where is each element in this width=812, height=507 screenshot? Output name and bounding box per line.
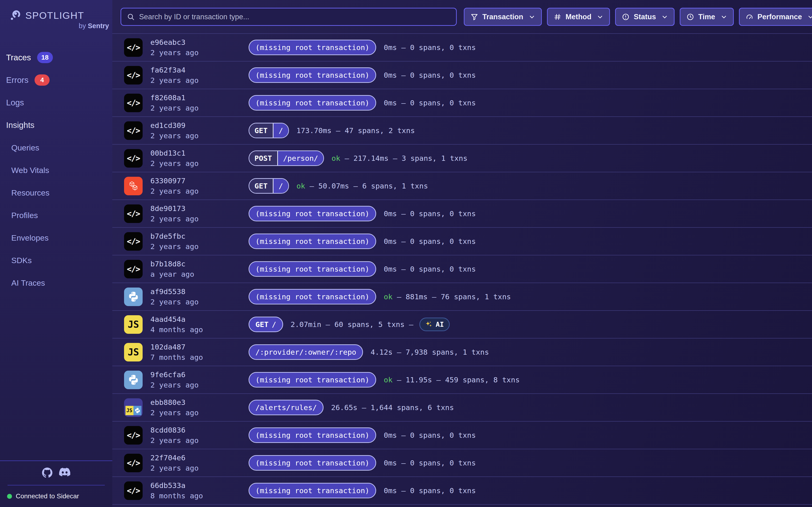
trace-row[interactable]: JS 102da487 7 months ago /:provider/:own… bbox=[112, 338, 812, 366]
trace-row[interactable]: </> 8cdd0836 2 years ago (missing root t… bbox=[112, 421, 812, 449]
python-icon bbox=[124, 288, 143, 306]
gauge-icon bbox=[746, 13, 753, 21]
filter-label: Method bbox=[565, 13, 591, 21]
trace-row[interactable]: </> e96eabc3 2 years ago (missing root t… bbox=[112, 34, 812, 61]
status-ok: ok bbox=[384, 292, 392, 301]
sidebar-footer: Connected to Sidecar bbox=[0, 460, 112, 507]
trace-row[interactable]: </> 22f704e6 2 years ago (missing root t… bbox=[112, 449, 812, 477]
sparkles-icon bbox=[425, 321, 432, 328]
trace-row[interactable]: JS ebb880e3 2 years ago /alerts/rules/ 2… bbox=[112, 394, 812, 421]
discord-icon[interactable] bbox=[59, 467, 70, 478]
filter-button-time[interactable]: Time bbox=[680, 8, 734, 26]
metrics-text: 4.12s — 7,938 spans, 1 txns bbox=[370, 348, 489, 356]
code-icon: </> bbox=[124, 149, 143, 168]
transaction-badge: (missing root transaction) bbox=[249, 428, 376, 443]
code-icon: </> bbox=[124, 66, 143, 84]
metrics-text: 0ms — 0 spans, 0 txns bbox=[384, 265, 476, 273]
sidebar-item-sdks[interactable]: SDKs bbox=[0, 249, 112, 272]
transaction-path-badge: /alerts/rules/ bbox=[249, 400, 323, 415]
trace-age: 2 years ago bbox=[150, 48, 249, 57]
chevron-down-icon bbox=[529, 14, 535, 20]
filter-button-status[interactable]: Status bbox=[615, 8, 674, 26]
trace-row[interactable]: </> 8de90173 2 years ago (missing root t… bbox=[112, 200, 812, 228]
javascript-icon: JS bbox=[125, 406, 134, 415]
metrics-text: 0ms — 0 spans, 0 txns bbox=[384, 71, 476, 79]
trace-row[interactable]: af9d5538 2 years ago (missing root trans… bbox=[112, 283, 812, 311]
search-icon bbox=[127, 13, 135, 21]
transaction-badge: GET/ bbox=[249, 317, 283, 332]
filter-label: Transaction bbox=[483, 13, 523, 21]
footer-divider bbox=[7, 485, 105, 486]
trace-row[interactable]: </> b7b18d8c a year ago (missing root tr… bbox=[112, 256, 812, 283]
transaction-badge: POST/person/ bbox=[249, 151, 324, 166]
trace-metrics: 173.70ms — 47 spans, 2 txns bbox=[297, 126, 415, 135]
trace-age: 2 years ago bbox=[150, 242, 249, 251]
method-path-badge: GET/ bbox=[249, 178, 289, 194]
missing-root-transaction-badge: (missing root transaction) bbox=[249, 483, 376, 498]
sidebar-item-traces[interactable]: Traces 18 bbox=[0, 46, 112, 69]
trace-age: 2 years ago bbox=[150, 298, 249, 306]
trace-row[interactable]: 63300977 2 years ago GET/ ok — 50.07ms —… bbox=[112, 172, 812, 200]
trace-metrics: 0ms — 0 spans, 0 txns bbox=[384, 459, 476, 467]
github-icon[interactable] bbox=[42, 467, 52, 478]
trace-id: b7de5fbc bbox=[150, 232, 249, 240]
sidebar-item-logs[interactable]: Logs bbox=[0, 91, 112, 114]
sidebar-item-queries[interactable]: Queries bbox=[0, 136, 112, 159]
sidebar-item-profiles[interactable]: Profiles bbox=[0, 204, 112, 227]
search-box[interactable] bbox=[120, 8, 457, 26]
filter-button-method[interactable]: Method bbox=[547, 8, 610, 26]
sidebar: SPOTLIGHT by Sentry Traces 18 Errors 4 L… bbox=[0, 0, 112, 507]
transaction-badge: GET/ bbox=[249, 123, 289, 138]
sidebar-item-label: Envelopes bbox=[11, 233, 49, 242]
missing-root-transaction-badge: (missing root transaction) bbox=[249, 67, 376, 83]
ai-badge[interactable]: AI bbox=[419, 318, 450, 331]
filter-label: Performance bbox=[758, 13, 802, 21]
search-input[interactable] bbox=[139, 13, 450, 21]
trace-id: af9d5538 bbox=[150, 287, 249, 296]
filter-button-performance[interactable]: Performance bbox=[739, 8, 812, 26]
trace-row[interactable]: </> ed1cd309 2 years ago GET/ 173.70ms —… bbox=[112, 117, 812, 145]
traces-count-badge: 18 bbox=[37, 52, 53, 63]
trace-id: 9fe6cfa6 bbox=[150, 371, 249, 379]
app-byline: by Sentry bbox=[9, 22, 109, 30]
http-method: GET bbox=[249, 179, 273, 193]
sidebar-item-web-vitals[interactable]: Web Vitals bbox=[0, 159, 112, 181]
trace-id: 66db533a bbox=[150, 481, 249, 490]
trace-metrics: 0ms — 0 spans, 0 txns bbox=[384, 43, 476, 52]
filter-label: Status bbox=[634, 13, 656, 21]
trace-age: 2 years ago bbox=[150, 159, 249, 168]
trace-row[interactable]: </> 66db533a 8 months ago (missing root … bbox=[112, 477, 812, 505]
trace-metrics: ok — 50.07ms — 6 spans, 1 txns bbox=[297, 182, 428, 190]
javascript-python-icon: JS bbox=[124, 398, 143, 417]
topbar: TransactionMethodStatusTimePerformance bbox=[112, 0, 812, 33]
trace-metrics: 4.12s — 7,938 spans, 1 txns bbox=[370, 348, 489, 356]
sidecar-status: Connected to Sidecar bbox=[0, 486, 112, 500]
metrics-text: 2.07min — 60 spans, 5 txns — bbox=[291, 320, 413, 329]
app-title: SPOTLIGHT bbox=[26, 10, 84, 21]
filter-button-transaction[interactable]: Transaction bbox=[464, 8, 542, 26]
sidebar-item-label: Web Vitals bbox=[11, 166, 49, 175]
trace-age: 2 years ago bbox=[150, 464, 249, 472]
sidebar-item-resources[interactable]: Resources bbox=[0, 181, 112, 204]
sidebar-item-envelopes[interactable]: Envelopes bbox=[0, 227, 112, 249]
trace-age: 7 months ago bbox=[150, 353, 249, 361]
trace-age: 2 years ago bbox=[150, 408, 249, 417]
transaction-badge: (missing root transaction) bbox=[249, 206, 376, 221]
trace-row[interactable]: </> f82608a1 2 years ago (missing root t… bbox=[112, 89, 812, 117]
python-icon bbox=[134, 406, 142, 415]
trace-row[interactable]: </> fa62f3a4 2 years ago (missing root t… bbox=[112, 61, 812, 89]
trace-row[interactable]: JS 4aad454a 4 months ago GET/ 2.07min — … bbox=[112, 311, 812, 338]
sidebar-item-ai-traces[interactable]: AI Traces bbox=[0, 272, 112, 294]
trace-row[interactable]: </> 00bd13c1 2 years ago POST/person/ ok… bbox=[112, 145, 812, 172]
metrics-text: 0ms — 0 spans, 0 txns bbox=[384, 237, 476, 245]
trace-metrics: ok — 217.14ms — 3 spans, 1 txns bbox=[332, 154, 467, 162]
trace-metrics: ok — 11.95s — 459 spans, 8 txns bbox=[384, 376, 520, 384]
http-method: POST bbox=[249, 151, 277, 165]
sidebar-item-errors[interactable]: Errors 4 bbox=[0, 69, 112, 91]
trace-row[interactable]: 9fe6cfa6 2 years ago (missing root trans… bbox=[112, 366, 812, 394]
trace-row[interactable]: </> b7de5fbc 2 years ago (missing root t… bbox=[112, 228, 812, 256]
sidebar-item-insights[interactable]: Insights bbox=[0, 114, 112, 136]
laravel-icon bbox=[124, 177, 143, 195]
trace-id: e96eabc3 bbox=[150, 38, 249, 47]
transaction-badge: (missing root transaction) bbox=[249, 40, 376, 55]
